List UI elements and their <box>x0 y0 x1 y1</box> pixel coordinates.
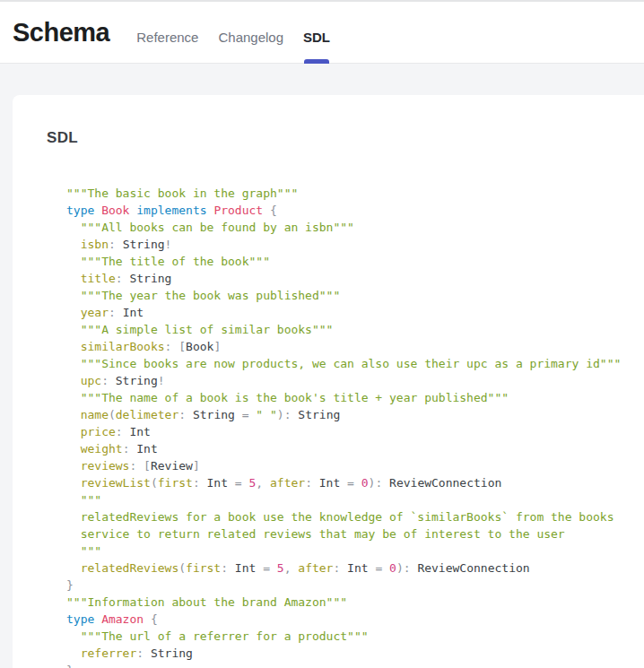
code-line: weight: Int <box>66 440 626 457</box>
code-line: """A simple list of similar books""" <box>66 321 626 338</box>
code-line: """ <box>66 542 626 560</box>
sdl-heading: SDL <box>47 129 626 147</box>
code-line: reviewList(first: Int = 5, after: Int = … <box>66 474 626 491</box>
tab-changelog[interactable]: Changelog <box>218 2 283 63</box>
tab-sdl-label: SDL <box>303 30 330 45</box>
code-line: """The year the book was published""" <box>66 287 626 304</box>
code-line: type Amazon { <box>66 611 626 628</box>
code-line: referrer: String <box>66 645 626 662</box>
schema-page: Schema Reference Changelog SDL SDL """Th… <box>0 0 644 668</box>
code-line: """ <box>66 491 626 508</box>
code-line: upc: String! <box>66 372 626 389</box>
code-line: } <box>66 577 626 594</box>
page-title: Schema <box>13 18 109 48</box>
tab-reference[interactable]: Reference <box>136 2 198 63</box>
code-line: relatedReviews(first: Int = 5, after: In… <box>66 560 626 577</box>
code-line: name(delimeter: String = " "): String <box>66 406 626 423</box>
sdl-card: SDL """The basic book in the graph"""typ… <box>13 95 644 668</box>
tab-sdl[interactable]: SDL <box>303 2 330 63</box>
code-line: """The url of a referrer for a product""… <box>66 628 626 645</box>
code-line: price: Int <box>66 423 626 440</box>
page-header: Schema Reference Changelog SDL <box>0 2 644 64</box>
code-line: reviews: [Review] <box>66 457 626 474</box>
code-line: """All books can be found by an isbn""" <box>66 219 626 236</box>
code-line: """The basic book in the graph""" <box>66 185 626 202</box>
code-line: title: String <box>66 270 626 287</box>
code-line: relatedReviews for a book use the knowle… <box>66 508 626 525</box>
code-line: """Information about the brand Amazon""" <box>66 594 626 611</box>
tab-reference-label: Reference <box>136 30 198 45</box>
code-line: year: Int <box>66 304 626 321</box>
sdl-code-block: """The basic book in the graph"""type Bo… <box>66 185 626 668</box>
code-line: """Since books are now products, we can … <box>66 355 626 372</box>
tab-bar: Reference Changelog SDL <box>136 2 350 63</box>
active-tab-indicator <box>304 59 329 64</box>
code-line: service to return related reviews that m… <box>66 525 626 542</box>
code-line: } <box>66 662 626 668</box>
code-line: """The title of the book""" <box>66 253 626 270</box>
tab-changelog-label: Changelog <box>218 30 283 45</box>
content-area: SDL """The basic book in the graph"""typ… <box>0 64 644 668</box>
code-line: similarBooks: [Book] <box>66 338 626 355</box>
code-line: isbn: String! <box>66 236 626 253</box>
code-line: type Book implements Product { <box>66 202 626 219</box>
code-line: """The name of a book is the book's titl… <box>66 389 626 406</box>
